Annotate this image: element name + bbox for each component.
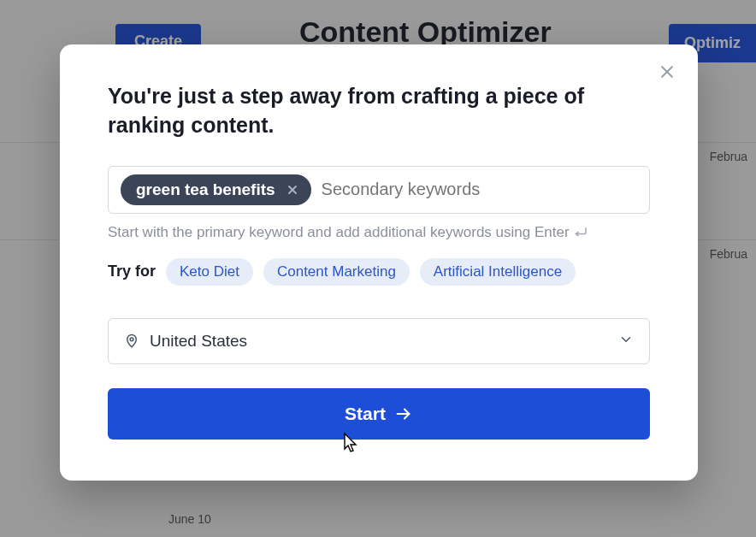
keyword-chip: green tea benefits xyxy=(121,174,311,205)
suggestion-chip[interactable]: Artificial Intelligence xyxy=(420,258,576,286)
modal-overlay[interactable]: You're just a step away from crafting a … xyxy=(0,0,756,537)
close-icon xyxy=(286,183,299,197)
chevron-down-icon xyxy=(618,332,634,351)
suggestion-chip[interactable]: Keto Diet xyxy=(166,258,253,286)
location-icon xyxy=(124,333,139,349)
keyword-modal: You're just a step away from crafting a … xyxy=(60,44,698,481)
secondary-keywords-input[interactable] xyxy=(322,180,637,199)
start-button-label: Start xyxy=(345,404,386,424)
try-for-label: Try for xyxy=(108,263,156,280)
close-button[interactable] xyxy=(655,60,679,84)
suggestions-row: Try for Keto Diet Content Marketing Arti… xyxy=(108,258,650,286)
keyword-chip-text: green tea benefits xyxy=(136,180,275,199)
keyword-input[interactable]: green tea benefits xyxy=(108,166,650,214)
hint-text: Start with the primary keyword and add a… xyxy=(108,224,650,241)
start-button[interactable]: Start xyxy=(108,388,650,440)
suggestion-chip[interactable]: Content Marketing xyxy=(263,258,410,286)
remove-keyword-button[interactable] xyxy=(284,181,301,198)
region-value: United States xyxy=(150,332,608,351)
svg-point-4 xyxy=(130,337,133,340)
enter-icon xyxy=(573,225,588,240)
modal-title: You're just a step away from crafting a … xyxy=(108,82,612,140)
close-icon xyxy=(659,63,676,80)
region-select[interactable]: United States xyxy=(108,318,650,364)
arrow-right-icon xyxy=(394,404,413,423)
